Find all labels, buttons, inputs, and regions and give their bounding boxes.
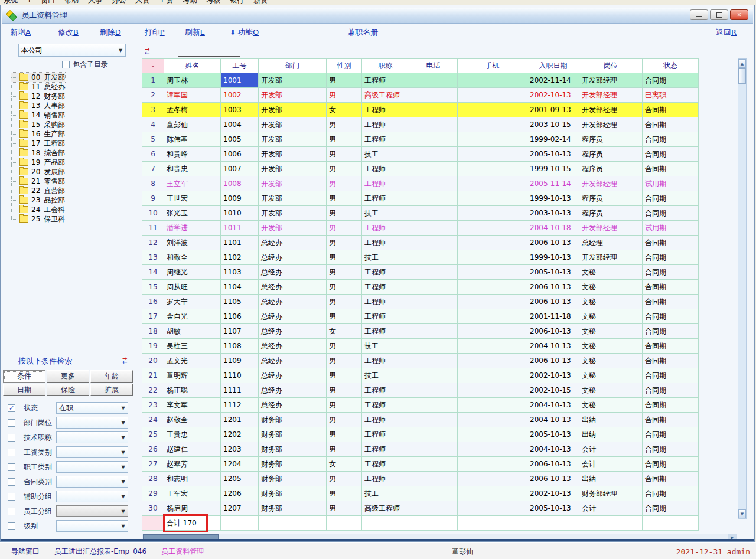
return-button[interactable]: 返回R: [716, 24, 737, 41]
table-cell[interactable]: 工程师: [362, 162, 409, 176]
table-cell[interactable]: [458, 383, 527, 398]
table-cell[interactable]: [458, 88, 527, 103]
table-cell[interactable]: 6: [142, 147, 164, 162]
table-cell[interactable]: 21: [142, 368, 164, 383]
table-cell[interactable]: 工程师: [362, 176, 409, 191]
table-row[interactable]: 13和敬全1102总经办男技工1999-10-13开发部经理合同期: [142, 250, 737, 265]
table-cell[interactable]: 男: [327, 427, 362, 442]
table-cell[interactable]: 男: [327, 398, 362, 413]
table-cell[interactable]: 2005-10-13: [527, 147, 579, 162]
table-cell[interactable]: 童彭仙: [164, 117, 221, 132]
table-cell[interactable]: 23: [142, 398, 164, 413]
table-cell[interactable]: 男: [327, 73, 362, 88]
table-cell[interactable]: 1999-10-13: [527, 250, 579, 265]
table-cell[interactable]: 总经办: [259, 339, 327, 354]
table-cell[interactable]: 2004-10-13: [527, 413, 579, 427]
table-cell[interactable]: 罗天宁: [164, 295, 221, 309]
table-cell[interactable]: [409, 280, 458, 295]
table-cell[interactable]: 技工: [362, 486, 409, 501]
filter-button-更多[interactable]: 更多: [47, 370, 89, 383]
table-cell[interactable]: 开发部经理: [579, 250, 643, 265]
filter-select[interactable]: ▼: [56, 476, 128, 488]
table-cell[interactable]: 19: [142, 339, 164, 354]
table-cell[interactable]: 合同期: [643, 309, 699, 324]
tree-item-23[interactable]: 23品控部: [11, 195, 65, 205]
table-cell[interactable]: 3: [142, 103, 164, 117]
menu-item[interactable]: 薪资: [253, 0, 268, 4]
vertical-scroll-thumb[interactable]: [738, 68, 746, 84]
table-cell[interactable]: 女: [327, 103, 362, 117]
table-cell[interactable]: 财务部经理: [579, 486, 643, 501]
table-cell[interactable]: 工程师: [362, 324, 409, 339]
table-cell[interactable]: 试用期: [643, 176, 699, 191]
table-cell[interactable]: [409, 221, 458, 236]
tree-item-21[interactable]: 21零售部: [11, 176, 65, 186]
table-cell[interactable]: 合同期: [643, 103, 699, 117]
tree-item-14[interactable]: 14销售部: [11, 110, 65, 120]
table-cell[interactable]: 1206: [221, 486, 259, 501]
table-cell[interactable]: 29: [142, 486, 164, 501]
menu-item[interactable]: 人事: [88, 0, 102, 4]
table-cell[interactable]: 合同期: [643, 236, 699, 250]
table-cell[interactable]: 王世宏: [164, 191, 221, 206]
table-cell[interactable]: 男: [327, 295, 362, 309]
table-cell[interactable]: 合同期: [643, 191, 699, 206]
table-cell[interactable]: [458, 117, 527, 132]
table-row[interactable]: 12刘洋波1101总经办男工程师2006-10-13总经理合同期: [142, 236, 737, 250]
menu-item[interactable]: 系统: [4, 0, 18, 4]
table-cell[interactable]: 王军宏: [164, 486, 221, 501]
table-cell[interactable]: 技工: [362, 206, 409, 221]
table-cell[interactable]: 王立军: [164, 176, 221, 191]
table-cell[interactable]: 4: [142, 117, 164, 132]
table-cell[interactable]: 男: [327, 339, 362, 354]
table-cell[interactable]: 1008: [221, 176, 259, 191]
minimize-button[interactable]: [690, 9, 708, 20]
table-cell[interactable]: 2003-10-15: [527, 117, 579, 132]
table-cell[interactable]: 27: [142, 457, 164, 472]
table-cell[interactable]: [409, 162, 458, 176]
table-cell[interactable]: 张光玉: [164, 206, 221, 221]
header-cell[interactable]: 性别: [327, 58, 362, 73]
menu-item[interactable]: 帮助: [64, 0, 79, 4]
table-cell[interactable]: 男: [327, 383, 362, 398]
table-cell[interactable]: 技工: [362, 339, 409, 354]
filter-button-条件[interactable]: 条件: [3, 370, 45, 383]
table-cell[interactable]: 工程师: [362, 472, 409, 486]
toolbar-print-button[interactable]: 打印P: [145, 27, 165, 38]
table-cell[interactable]: 童明辉: [164, 368, 221, 383]
filter-button-年龄[interactable]: 年龄: [90, 370, 133, 383]
table-cell[interactable]: 工程师: [362, 295, 409, 309]
table-cell[interactable]: 12: [142, 236, 164, 250]
filter-button-扩展[interactable]: 扩展: [90, 384, 133, 396]
table-cell[interactable]: 出纳: [579, 427, 643, 442]
table-cell[interactable]: [409, 339, 458, 354]
table-cell[interactable]: 1112: [221, 398, 259, 413]
table-cell[interactable]: 1009: [221, 191, 259, 206]
table-cell[interactable]: 1: [142, 73, 164, 88]
table-cell[interactable]: 2002-10-13: [527, 486, 579, 501]
table-cell[interactable]: [458, 339, 527, 354]
table-cell[interactable]: 高级工程师: [362, 501, 409, 516]
table-cell[interactable]: 技工: [362, 250, 409, 265]
table-cell[interactable]: 杨正聪: [164, 383, 221, 398]
table-cell[interactable]: 男: [327, 206, 362, 221]
company-select[interactable]: 本公司 ▼: [18, 44, 126, 57]
table-cell[interactable]: 合同期: [643, 132, 699, 147]
table-cell[interactable]: [409, 427, 458, 442]
table-cell[interactable]: 2004-10-13: [527, 339, 579, 354]
table-cell[interactable]: [409, 383, 458, 398]
menu-item[interactable]: 考勤: [183, 0, 197, 4]
table-row[interactable]: 23李文军1112总经办男工程师2004-10-13文秘合同期: [142, 398, 737, 413]
table-cell[interactable]: 1999-02-14: [527, 132, 579, 147]
table-cell[interactable]: 合同期: [643, 368, 699, 383]
table-cell[interactable]: [409, 88, 458, 103]
table-cell[interactable]: 2004-10-13: [527, 398, 579, 413]
table-cell[interactable]: 开发部: [259, 176, 327, 191]
table-cell[interactable]: [409, 103, 458, 117]
menu-item[interactable]: 考核: [206, 0, 220, 4]
table-cell[interactable]: 总经办: [259, 309, 327, 324]
table-cell[interactable]: [458, 103, 527, 117]
table-cell[interactable]: 男: [327, 501, 362, 516]
table-cell[interactable]: [458, 295, 527, 309]
table-row[interactable]: 29王军宏1206财务部男技工2002-10-13财务部经理合同期: [142, 486, 737, 501]
